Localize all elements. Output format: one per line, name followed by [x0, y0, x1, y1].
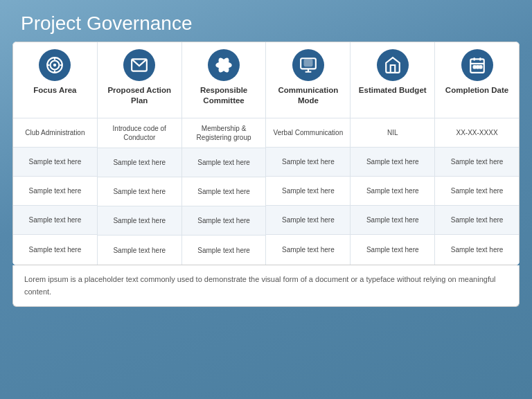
column-completion-date: Completion DateXX-XX-XXXXSample text her…: [435, 42, 519, 265]
home-icon: [377, 49, 409, 81]
svg-rect-13: [304, 60, 312, 66]
table-wrapper: Focus AreaClub AdministrationSample text…: [12, 42, 520, 265]
svg-rect-22: [479, 66, 481, 68]
email-icon: [123, 49, 155, 81]
col-header-completion-date: Completion Date: [435, 42, 519, 118]
col-header-communication-mode: Communication Mode: [266, 42, 350, 118]
target-icon: [39, 49, 71, 81]
cell-focus-area-row-3: Sample text here: [13, 206, 97, 235]
column-proposed-action: Proposed Action PlanIntroduce code of Co…: [98, 42, 182, 265]
col-header-proposed-action: Proposed Action Plan: [98, 42, 181, 118]
col-header-responsible-committee: Responsible Committee: [182, 42, 266, 118]
col-header-focus-area: Focus Area: [13, 42, 97, 118]
cell-proposed-action-row-3: Sample text here: [98, 206, 181, 236]
cell-communication-mode-row-0: Verbal Communication: [266, 118, 350, 148]
cell-focus-area-row-4: Sample text here: [13, 235, 97, 264]
cell-responsible-committee-row-2: Sample text here: [182, 177, 266, 206]
col-header-text-communication-mode: Communication Mode: [270, 85, 346, 106]
column-estimated-budget: Estimated BudgetNILSample text hereSampl…: [351, 42, 435, 265]
col-header-estimated-budget: Estimated Budget: [351, 42, 434, 118]
cell-proposed-action-row-2: Sample text here: [98, 177, 181, 206]
page-title: Project Governance: [0, 0, 532, 42]
column-focus-area: Focus AreaClub AdministrationSample text…: [13, 42, 98, 265]
col-header-text-focus-area: Focus Area: [33, 85, 76, 96]
cell-completion-date-row-1: Sample text here: [435, 148, 519, 177]
cell-focus-area-row-0: Club Administration: [13, 118, 97, 148]
column-responsible-committee: Responsible CommitteeMembership & Regist…: [182, 42, 267, 265]
cell-communication-mode-row-1: Sample text here: [266, 148, 350, 177]
cell-completion-date-row-4: Sample text here: [435, 235, 519, 264]
cell-completion-date-row-0: XX-XX-XXXX: [435, 118, 519, 148]
cell-estimated-budget-row-0: NIL: [351, 118, 434, 148]
footer-text: Lorem ipsum is a placeholder text common…: [24, 274, 508, 298]
cell-estimated-budget-row-3: Sample text here: [351, 206, 434, 235]
cell-proposed-action-row-0: Introduce code of Conductor: [98, 118, 181, 148]
cell-communication-mode-row-2: Sample text here: [266, 177, 350, 206]
svg-point-2: [53, 64, 56, 66]
col-header-text-responsible-committee: Responsible Committee: [186, 85, 262, 106]
cell-estimated-budget-row-1: Sample text here: [351, 148, 434, 177]
calendar-icon: [461, 49, 493, 81]
cell-responsible-committee-row-4: Sample text here: [182, 236, 266, 265]
column-communication-mode: Communication ModeVerbal CommunicationSa…: [266, 42, 351, 265]
col-header-text-completion-date: Completion Date: [445, 85, 508, 96]
cell-responsible-committee-row-0: Membership & Registering group: [182, 118, 266, 148]
cell-estimated-budget-row-2: Sample text here: [351, 177, 434, 206]
atom-icon: [208, 49, 240, 81]
cell-communication-mode-row-4: Sample text here: [266, 235, 350, 264]
cell-communication-mode-row-3: Sample text here: [266, 206, 350, 235]
cell-focus-area-row-1: Sample text here: [13, 148, 97, 177]
footer-box: Lorem ipsum is a placeholder text common…: [12, 265, 520, 307]
main-container: Focus AreaClub AdministrationSample text…: [12, 42, 520, 265]
cell-focus-area-row-2: Sample text here: [13, 177, 97, 206]
col-header-text-estimated-budget: Estimated Budget: [359, 85, 427, 96]
svg-rect-20: [473, 66, 475, 68]
monitor-icon: [292, 49, 324, 81]
cell-completion-date-row-3: Sample text here: [435, 206, 519, 235]
cell-proposed-action-row-1: Sample text here: [98, 148, 181, 177]
cell-completion-date-row-2: Sample text here: [435, 177, 519, 206]
svg-rect-21: [476, 66, 478, 68]
col-header-text-proposed-action: Proposed Action Plan: [102, 85, 177, 106]
cell-responsible-committee-row-1: Sample text here: [182, 148, 266, 177]
cell-responsible-committee-row-3: Sample text here: [182, 206, 266, 236]
cell-proposed-action-row-4: Sample text here: [98, 236, 181, 265]
cell-estimated-budget-row-4: Sample text here: [351, 235, 434, 264]
